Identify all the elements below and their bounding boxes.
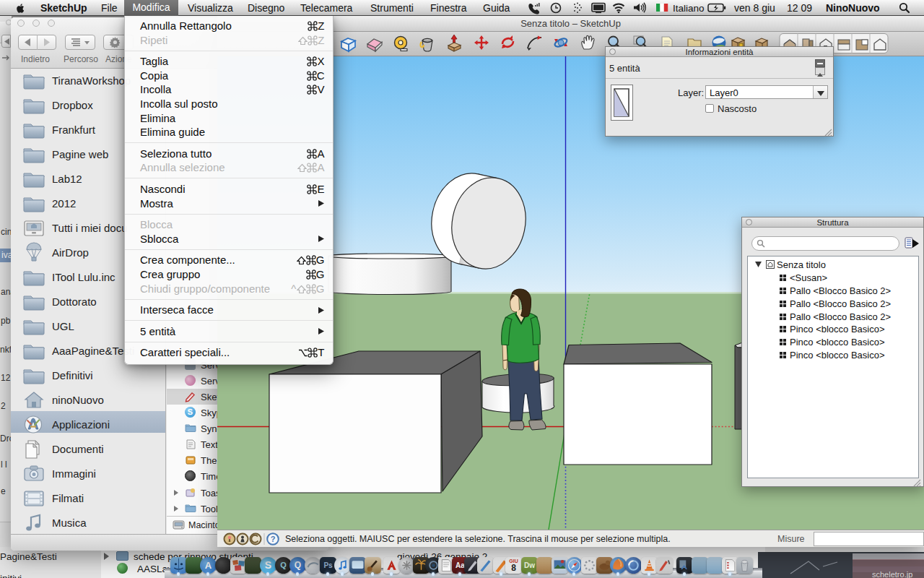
- svg-text:?: ?: [271, 535, 276, 543]
